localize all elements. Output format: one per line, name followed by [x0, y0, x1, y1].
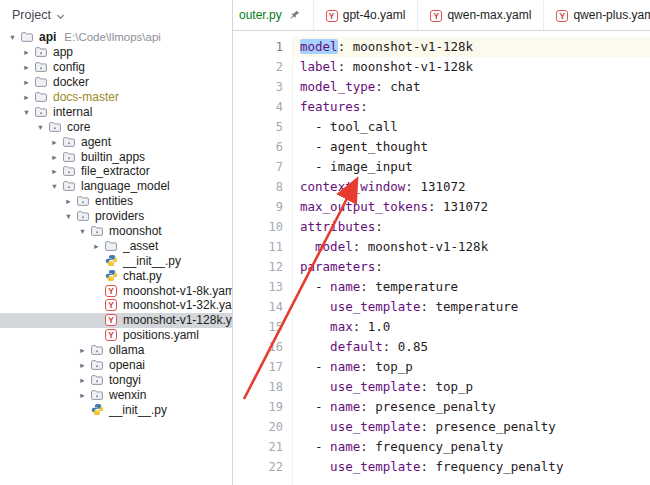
tree-item-agent[interactable]: ▸agent	[0, 134, 232, 149]
code-line[interactable]: model: moonshot-v1-128k	[293, 37, 650, 57]
chevron-right-icon[interactable]: ▸	[48, 135, 61, 149]
tree-item-config[interactable]: ▸config	[0, 60, 232, 75]
tree-item-language_model[interactable]: ▾language_model	[0, 179, 232, 194]
chevron-right-icon[interactable]: ▸	[76, 343, 89, 357]
chevron-right-icon[interactable]: ▸	[20, 60, 33, 74]
line-number: 2	[233, 57, 283, 77]
yaml-text	[300, 339, 330, 354]
chevron-right-icon[interactable]: ▸	[62, 194, 75, 208]
chevron-right-icon[interactable]: ▸	[20, 45, 33, 59]
chevron-down-icon[interactable]: ▾	[76, 224, 89, 238]
line-number: 21	[233, 437, 283, 457]
tree-item-core[interactable]: ▾core	[0, 119, 232, 134]
chevron-down-icon[interactable]: ▾	[34, 120, 47, 134]
tab-label: qwen-plus.yaml	[573, 8, 650, 22]
tree-item-moonshot-v1-8k-yaml[interactable]: Ymoonshot-v1-8k.yaml	[0, 283, 232, 298]
code-line[interactable]: default: 0.85	[293, 337, 650, 357]
chevron-right-icon[interactable]: ▸	[76, 373, 89, 387]
tree-item-moonshot-v1-128k-yaml[interactable]: Ymoonshot-v1-128k.yaml	[0, 313, 232, 328]
code-line[interactable]: label: moonshot-v1-128k	[293, 57, 650, 77]
code-line[interactable]: model: moonshot-v1-128k	[293, 237, 650, 257]
editor-gutter: 12345678910111213141516171819202122	[233, 37, 293, 485]
tree-item-docker[interactable]: ▸docker	[0, 75, 232, 90]
editor-body[interactable]: 12345678910111213141516171819202122 mode…	[233, 31, 650, 485]
yaml-text: : top_p	[360, 359, 413, 374]
code-line[interactable]: use_template: frequency_penalty	[293, 457, 650, 477]
code-line[interactable]: - name: temperature	[293, 277, 650, 297]
tree-item-openai[interactable]: ▸openai	[0, 358, 232, 373]
editor-tab-outer-py[interactable]: outer.py	[233, 0, 314, 30]
folder-icon	[19, 30, 35, 44]
code-line[interactable]: - name: frequency_penalty	[293, 437, 650, 457]
code-line[interactable]: - image_input	[293, 157, 650, 177]
code-line[interactable]: max: 1.0	[293, 317, 650, 337]
tree-item-chat-py[interactable]: chat.py	[0, 268, 232, 283]
yaml-text: :	[375, 259, 383, 274]
chevron-right-icon[interactable]: ▸	[20, 90, 33, 104]
tree-item-__init__-py[interactable]: __init__.py	[0, 253, 232, 268]
tree-item-label: tongyi	[109, 373, 144, 387]
chevron-right-icon[interactable]: ▸	[20, 75, 33, 89]
python-icon	[103, 254, 119, 268]
yaml-key: use_template	[330, 299, 420, 314]
tree-item-providers[interactable]: ▾providers	[0, 209, 232, 224]
chevron-down-icon[interactable]: ▾	[6, 30, 19, 44]
tree-item-app[interactable]: ▸app	[0, 45, 232, 60]
code-line[interactable]: max_output_tokens: 131072	[293, 197, 650, 217]
editor-tab-gpt-4o-yaml[interactable]: Ygpt-4o.yaml	[314, 0, 419, 30]
code-line[interactable]: context_window: 131072	[293, 177, 650, 197]
code-line[interactable]: - tool_call	[293, 117, 650, 137]
yaml-text: : 1.0	[353, 319, 391, 334]
tree-item-moonshot[interactable]: ▾moonshot	[0, 224, 232, 239]
tree-item-label: api	[39, 30, 59, 44]
code-line[interactable]: parameters:	[293, 257, 650, 277]
chevron-down-icon[interactable]: ▾	[48, 179, 61, 193]
code-line[interactable]: - name: presence_penalty	[293, 397, 650, 417]
yaml-file-icon: Y	[105, 314, 117, 326]
editor-tab-qwen-max-yaml[interactable]: Yqwen-max.yaml	[418, 0, 544, 30]
chevron-down-icon[interactable]: ▾	[20, 105, 33, 119]
line-number: 4	[233, 97, 283, 117]
code-line[interactable]: use_template: temperature	[293, 297, 650, 317]
tree-item-tongyi[interactable]: ▸tongyi	[0, 372, 232, 387]
tree-item-ollama[interactable]: ▸ollama	[0, 343, 232, 358]
code-line[interactable]: use_template: top_p	[293, 377, 650, 397]
tree-item-__init__-py[interactable]: __init__.py	[0, 402, 232, 417]
chevron-right-icon[interactable]: ▸	[48, 164, 61, 178]
code-line[interactable]: - name: top_p	[293, 357, 650, 377]
code-area[interactable]: model: moonshot-v1-128klabel: moonshot-v…	[293, 37, 650, 485]
yaml-file-icon: Y	[105, 329, 117, 341]
yaml-key: model	[300, 39, 338, 54]
chevron-right-icon[interactable]: ▸	[76, 388, 89, 402]
line-number: 15	[233, 317, 283, 337]
line-number: 18	[233, 377, 283, 397]
tree-item-builtin_apps[interactable]: ▸builtin_apps	[0, 149, 232, 164]
tree-item-label: chat.py	[123, 269, 165, 283]
tree-item-label: docs-master	[53, 90, 122, 104]
package-icon	[89, 224, 105, 238]
chevron-down-icon[interactable]	[54, 10, 67, 23]
project-panel-header[interactable]: Project	[0, 0, 232, 30]
yaml-text: -	[300, 439, 330, 454]
code-line[interactable]: features:	[293, 97, 650, 117]
code-line[interactable]: use_template: presence_penalty	[293, 417, 650, 437]
tree-item-docs-master[interactable]: ▸docs-master	[0, 90, 232, 105]
tree-item-file_extractor[interactable]: ▸file_extractor	[0, 164, 232, 179]
tree-item-positions-yaml[interactable]: Ypositions.yaml	[0, 328, 232, 343]
tree-item-moonshot-v1-32k-yaml[interactable]: Ymoonshot-v1-32k.yaml	[0, 298, 232, 313]
tree-item-api[interactable]: ▾apiE:\Code\llmops\api	[0, 30, 232, 45]
chevron-down-icon[interactable]: ▾	[62, 209, 75, 223]
tree-item-wenxin[interactable]: ▸wenxin	[0, 387, 232, 402]
code-line[interactable]: model_type: chat	[293, 77, 650, 97]
code-line[interactable]: attributes:	[293, 217, 650, 237]
editor-tab-qwen-plus-yaml[interactable]: Yqwen-plus.yaml	[544, 0, 650, 30]
tree-item-entities[interactable]: ▸entities	[0, 194, 232, 209]
chevron-right-icon[interactable]: ▸	[48, 150, 61, 164]
yaml-file-icon: Y	[105, 299, 117, 311]
chevron-right-icon[interactable]: ▸	[90, 239, 103, 253]
tree-item-internal[interactable]: ▾internal	[0, 104, 232, 119]
chevron-right-icon[interactable]: ▸	[76, 358, 89, 372]
yaml-text: : temperature	[360, 279, 458, 294]
tree-item-_asset[interactable]: ▸_asset	[0, 238, 232, 253]
code-line[interactable]: - agent_thought	[293, 137, 650, 157]
